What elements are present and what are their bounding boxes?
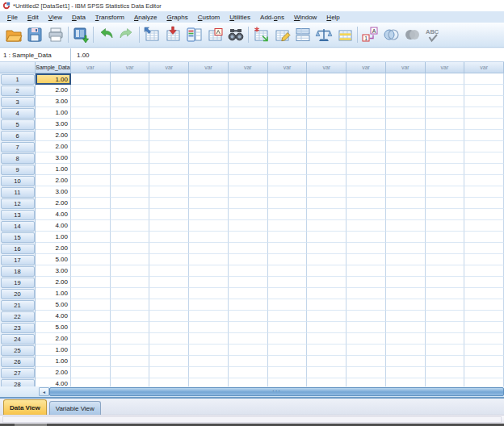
empty-cell[interactable]: [189, 288, 229, 299]
empty-cell[interactable]: [386, 73, 426, 85]
empty-cell[interactable]: [346, 356, 386, 367]
empty-cell[interactable]: [189, 378, 229, 386]
empty-cell[interactable]: [464, 243, 504, 254]
empty-cell[interactable]: [307, 220, 346, 232]
empty-cell[interactable]: [386, 333, 426, 345]
empty-cell[interactable]: [426, 254, 465, 265]
empty-cell[interactable]: [111, 130, 150, 141]
data-cell-sample-data-row22[interactable]: 4.00: [36, 311, 71, 322]
data-cell-sample-data-row8[interactable]: 3.00: [36, 152, 71, 164]
empty-cell[interactable]: [386, 152, 426, 164]
select-cases-button[interactable]: [334, 24, 355, 45]
empty-cell[interactable]: [268, 356, 308, 367]
empty-cell[interactable]: [268, 152, 308, 164]
empty-cell[interactable]: [189, 130, 229, 141]
empty-cell[interactable]: [426, 378, 465, 386]
empty-cell[interactable]: [386, 288, 426, 299]
empty-cell[interactable]: [386, 356, 426, 367]
row-header-6[interactable]: 6: [0, 130, 36, 141]
row-header-19[interactable]: 19: [0, 277, 36, 288]
empty-cell[interactable]: [71, 96, 111, 107]
empty-cell[interactable]: [71, 356, 111, 367]
empty-cell[interactable]: [464, 277, 504, 288]
empty-cell[interactable]: [229, 73, 268, 85]
data-cell-sample-data-row14[interactable]: 4.00: [36, 220, 71, 232]
empty-cell[interactable]: [426, 96, 465, 107]
empty-cell[interactable]: [386, 277, 426, 288]
data-cell-sample-data-row28[interactable]: 4.00: [36, 378, 71, 386]
empty-cell[interactable]: [307, 130, 346, 141]
empty-cell[interactable]: [464, 119, 504, 130]
empty-cell[interactable]: [386, 367, 426, 378]
menu-view[interactable]: View: [44, 13, 68, 22]
row-header-27[interactable]: 27: [0, 367, 36, 378]
row-header-21[interactable]: 21: [0, 299, 36, 311]
empty-cell[interactable]: [307, 299, 346, 311]
empty-cell[interactable]: [464, 311, 504, 322]
column-header-var[interactable]: var: [346, 62, 386, 73]
empty-cell[interactable]: [111, 356, 150, 367]
row-header-17[interactable]: 17: [0, 254, 36, 265]
scrollbar-thumb[interactable]: ···: [49, 387, 504, 396]
empty-cell[interactable]: [426, 175, 465, 186]
empty-cell[interactable]: [229, 198, 268, 209]
empty-cell[interactable]: [464, 164, 504, 175]
empty-cell[interactable]: [426, 333, 465, 345]
empty-cell[interactable]: [111, 96, 150, 107]
data-cell-sample-data-row19[interactable]: 2.00: [36, 277, 71, 288]
empty-cell[interactable]: [149, 345, 189, 356]
empty-cell[interactable]: [426, 119, 465, 130]
menu-edit[interactable]: Edit: [23, 13, 44, 22]
empty-cell[interactable]: [149, 322, 189, 333]
column-header-var[interactable]: var: [229, 62, 268, 73]
empty-cell[interactable]: [189, 175, 229, 186]
empty-cell[interactable]: [111, 333, 150, 345]
empty-cell[interactable]: [111, 254, 150, 265]
empty-cell[interactable]: [149, 164, 189, 175]
empty-cell[interactable]: [149, 265, 189, 277]
empty-cell[interactable]: [189, 356, 229, 367]
menu-utilities[interactable]: Utilities: [225, 13, 256, 22]
empty-cell[interactable]: [464, 175, 504, 186]
empty-cell[interactable]: [464, 378, 504, 386]
empty-cell[interactable]: [71, 209, 111, 220]
empty-cell[interactable]: [268, 85, 308, 96]
empty-cell[interactable]: [386, 220, 426, 232]
empty-cell[interactable]: [346, 73, 386, 85]
empty-cell[interactable]: [307, 254, 346, 265]
empty-cell[interactable]: [229, 254, 268, 265]
empty-cell[interactable]: [346, 198, 386, 209]
split-file-button[interactable]: [292, 24, 313, 45]
empty-cell[interactable]: [346, 85, 386, 96]
empty-cell[interactable]: [426, 243, 465, 254]
empty-cell[interactable]: [307, 345, 346, 356]
menu-transform[interactable]: Transform: [91, 13, 130, 22]
empty-cell[interactable]: [71, 130, 111, 141]
empty-cell[interactable]: [307, 73, 346, 85]
column-header-var[interactable]: var: [426, 62, 465, 73]
empty-cell[interactable]: [386, 254, 426, 265]
empty-cell[interactable]: [71, 367, 111, 378]
empty-cell[interactable]: [71, 164, 111, 175]
row-header-5[interactable]: 5: [0, 119, 36, 130]
empty-cell[interactable]: [71, 107, 111, 119]
empty-cell[interactable]: [71, 277, 111, 288]
empty-cell[interactable]: [464, 265, 504, 277]
empty-cell[interactable]: [229, 141, 268, 152]
redo-button[interactable]: [116, 24, 137, 45]
empty-cell[interactable]: [426, 107, 465, 119]
empty-cell[interactable]: [149, 367, 189, 378]
empty-cell[interactable]: [426, 299, 465, 311]
empty-cell[interactable]: [268, 220, 308, 232]
empty-cell[interactable]: [229, 277, 268, 288]
empty-cell[interactable]: [229, 85, 268, 96]
empty-cell[interactable]: [426, 356, 465, 367]
empty-cell[interactable]: [149, 130, 189, 141]
empty-cell[interactable]: [346, 119, 386, 130]
show-all-variables-button[interactable]: [401, 24, 422, 45]
empty-cell[interactable]: [386, 345, 426, 356]
empty-cell[interactable]: [268, 186, 308, 198]
empty-cell[interactable]: [307, 175, 346, 186]
empty-cell[interactable]: [229, 299, 268, 311]
empty-cell[interactable]: [464, 367, 504, 378]
